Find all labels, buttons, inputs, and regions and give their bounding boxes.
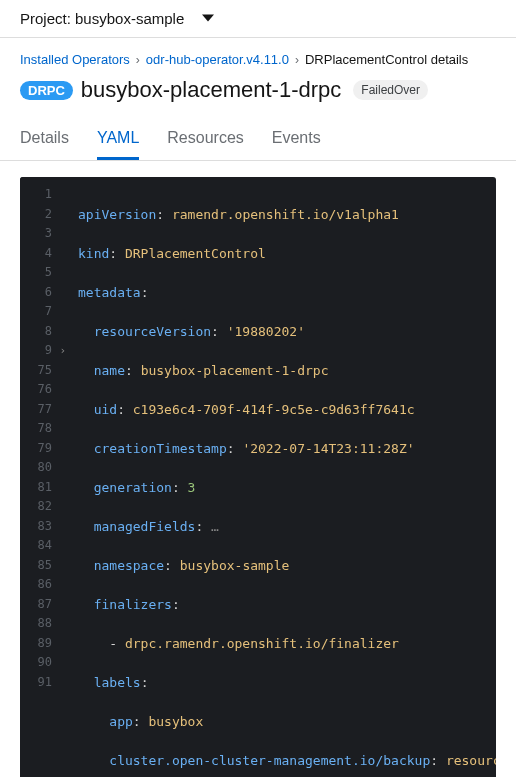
chevron-right-icon: › — [136, 53, 140, 67]
tab-events[interactable]: Events — [272, 121, 321, 160]
tabs: Details YAML Resources Events — [0, 121, 516, 161]
caret-down-icon — [202, 10, 214, 27]
tab-details[interactable]: Details — [20, 121, 69, 160]
editor-gutter: 123456789›757677787980818283848586878889… — [20, 177, 60, 777]
project-selector[interactable]: Project: busybox-sample — [0, 0, 516, 38]
fold-chevron-icon[interactable]: › — [59, 343, 66, 360]
breadcrumb: Installed Operators › odr-hub-operator.v… — [0, 38, 516, 67]
breadcrumb-current: DRPlacementControl details — [305, 52, 468, 67]
editor-code[interactable]: apiVersion: ramendr.openshift.io/v1alpha… — [60, 177, 496, 777]
tab-yaml[interactable]: YAML — [97, 121, 139, 160]
yaml-editor[interactable]: 123456789›757677787980818283848586878889… — [20, 177, 496, 777]
resource-badge: DRPC — [20, 81, 73, 100]
chevron-right-icon: › — [295, 53, 299, 67]
breadcrumb-installed-operators[interactable]: Installed Operators — [20, 52, 130, 67]
status-badge: FailedOver — [353, 80, 428, 100]
page-title-row: DRPC busybox-placement-1-drpc FailedOver — [0, 67, 516, 121]
page-title: busybox-placement-1-drpc — [81, 77, 341, 103]
tab-resources[interactable]: Resources — [167, 121, 243, 160]
project-label: Project: busybox-sample — [20, 10, 184, 27]
breadcrumb-operator[interactable]: odr-hub-operator.v4.11.0 — [146, 52, 289, 67]
